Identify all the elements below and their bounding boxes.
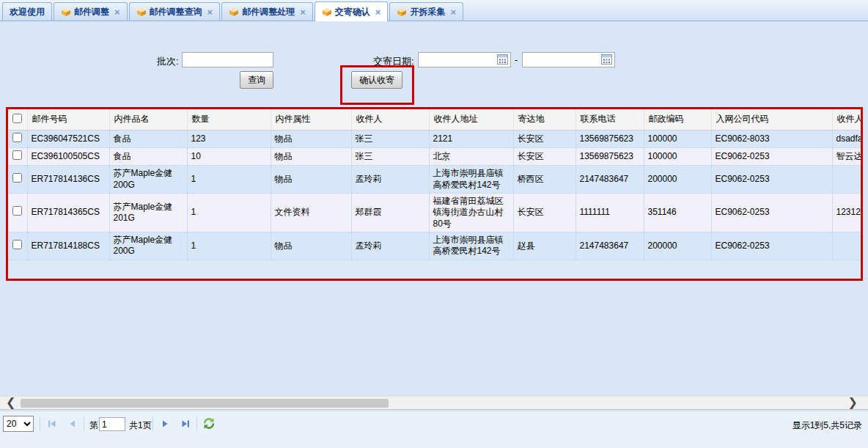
row-checkbox[interactable]	[12, 173, 22, 183]
table-cell: 赵县	[513, 232, 575, 260]
search-toolbar: 批次: 查询 确认收寄 交寄日期: -	[0, 22, 868, 107]
table-cell: ER717814136CS	[27, 166, 109, 194]
table-cell: 100000	[644, 130, 711, 147]
tab-label: 交寄确认	[335, 6, 370, 18]
table-cell: 张三	[351, 147, 429, 165]
column-header: 收件人地址	[429, 109, 513, 130]
package-icon	[136, 7, 147, 17]
table-cell: 物品	[271, 147, 351, 165]
close-icon[interactable]: ×	[114, 7, 120, 18]
table-cell: 长安区	[513, 130, 575, 147]
scrollbar-thumb[interactable]	[21, 399, 389, 408]
results-grid: 邮件号码内件品名数量内件属性收件人收件人地址寄达地联系电话邮政编码入网公司代码收…	[6, 107, 863, 281]
column-header: 寄达地	[513, 109, 575, 130]
page-size-select[interactable]: 20	[3, 416, 34, 432]
tab-label: 邮件调整处理	[242, 6, 295, 18]
batch-input[interactable]	[182, 52, 273, 67]
page-label-prefix: 第	[89, 419, 98, 432]
chevron-left-icon[interactable]: ❮	[6, 395, 15, 409]
prev-page-icon[interactable]	[66, 417, 79, 430]
column-header: 联系电话	[575, 109, 644, 130]
column-header: 邮件号码	[27, 109, 109, 130]
tab-邮件调整处理[interactable]: 邮件调整处理×	[221, 2, 313, 21]
tab-bar: 欢迎使用邮件调整×邮件调整查询×邮件调整处理×交寄确认×开拆采集×	[0, 0, 868, 21]
package-icon	[229, 7, 239, 17]
table-cell: 苏产Maple金健200G	[109, 166, 187, 194]
close-icon[interactable]: ×	[300, 7, 306, 18]
package-icon	[322, 7, 332, 17]
close-icon[interactable]: ×	[207, 7, 213, 18]
last-page-icon[interactable]	[179, 417, 192, 430]
calendar-icon[interactable]	[497, 54, 508, 65]
table-cell: 上海市崇明县庙镇高桥爱民村142号	[429, 166, 513, 194]
row-checkbox[interactable]	[12, 150, 22, 160]
tab-label: 邮件调整查询	[150, 6, 202, 18]
tab-开拆采集[interactable]: 开拆采集×	[389, 2, 463, 21]
table-row[interactable]: ER717814365CS苏产Maple金健201G1文件资料郑群霞福建省莆田荔…	[8, 193, 863, 232]
record-info: 显示1到5,共5记录	[792, 419, 862, 432]
pager-separator	[84, 416, 84, 431]
refresh-icon[interactable]	[203, 418, 215, 429]
table-row[interactable]: ER717814136CS苏产Maple金健200G1物品孟玲莉上海市崇明县庙镇…	[8, 166, 863, 194]
chevron-right-icon[interactable]: ❯	[848, 395, 858, 409]
table-cell	[832, 166, 863, 194]
confirm-receive-button[interactable]: 确认收寄	[351, 71, 402, 89]
row-checkbox[interactable]	[12, 133, 22, 142]
tab-label: 开拆采集	[410, 6, 445, 18]
page-number-input[interactable]	[99, 417, 125, 431]
pager-bar: 20 第 共1页 显示1到5,共5记录	[0, 411, 868, 448]
table-cell: 物品	[271, 232, 351, 260]
table-cell: EC396100505CS	[27, 147, 109, 165]
calendar-icon[interactable]	[601, 54, 612, 65]
table-cell: EC9062-0253	[711, 166, 832, 194]
tab-交寄确认[interactable]: 交寄确认×	[315, 1, 389, 21]
pager-separator	[196, 416, 197, 431]
table-header-row: 邮件号码内件品名数量内件属性收件人收件人地址寄达地联系电话邮政编码入网公司代码收…	[8, 109, 863, 130]
table-cell: EC9062-0253	[711, 232, 832, 260]
table-cell: EC9062-0253	[711, 193, 832, 232]
horizontal-scrollbar[interactable]: ❮ ❯	[0, 396, 868, 410]
table-cell: 长安区	[513, 147, 575, 165]
next-page-icon[interactable]	[158, 417, 172, 430]
close-icon[interactable]: ×	[450, 7, 456, 18]
tab-label: 邮件调整	[74, 6, 109, 18]
table-cell: 2147483647	[575, 166, 644, 194]
table-cell: 苏产Maple金健200G	[109, 232, 187, 260]
table-cell: 食品	[109, 130, 187, 147]
tab-邮件调整查询[interactable]: 邮件调整查询×	[129, 2, 221, 21]
first-page-icon[interactable]	[45, 417, 59, 430]
table-cell	[832, 232, 863, 260]
batch-label: 批次:	[157, 55, 179, 68]
table-row[interactable]: EC396100505CS食品10物品张三北京长安区13569875623100…	[8, 147, 863, 165]
row-checkbox[interactable]	[12, 240, 22, 249]
tab-label: 欢迎使用	[10, 6, 45, 18]
table-cell: 1111111	[575, 193, 644, 232]
table-cell: 物品	[271, 130, 351, 147]
table-cell: ER717814365CS	[27, 193, 109, 232]
table-cell: 2147483647	[575, 232, 644, 260]
table-cell: 长安区	[513, 193, 575, 232]
table-cell: EC396047521CS	[27, 130, 109, 147]
tab-欢迎使用[interactable]: 欢迎使用	[2, 2, 52, 21]
mail-table: 邮件号码内件品名数量内件属性收件人收件人地址寄达地联系电话邮政编码入网公司代码收…	[8, 109, 863, 260]
table-cell: EC9062-8033	[711, 130, 832, 147]
table-row[interactable]: ER717814188CS苏产Maple金健200G1物品孟玲莉上海市崇明县庙镇…	[8, 232, 863, 260]
column-header: 内件属性	[271, 109, 351, 130]
table-cell: 孟玲莉	[351, 232, 429, 260]
tab-邮件调整[interactable]: 邮件调整×	[54, 2, 128, 21]
query-button[interactable]: 查询	[240, 71, 273, 89]
table-cell: 1	[187, 232, 271, 260]
column-header: 收件人单位	[832, 109, 863, 130]
column-header: 入网公司代码	[711, 109, 832, 130]
table-cell: dsadfaf	[832, 130, 863, 147]
close-icon[interactable]: ×	[375, 7, 381, 18]
select-all-checkbox[interactable]	[12, 114, 22, 123]
table-row[interactable]: EC396047521CS食品123物品张三2121长安区13569875623…	[8, 130, 863, 147]
table-cell: 200000	[644, 232, 711, 260]
table-cell: 福建省莆田荔城区镇海街道办古山村80号	[429, 193, 513, 232]
table-cell: 13569875623	[575, 130, 644, 147]
table-cell: 上海市崇明县庙镇高桥爱民村142号	[429, 232, 513, 260]
row-checkbox[interactable]	[12, 206, 22, 216]
package-icon	[397, 7, 407, 17]
column-header: 邮政编码	[644, 109, 711, 130]
